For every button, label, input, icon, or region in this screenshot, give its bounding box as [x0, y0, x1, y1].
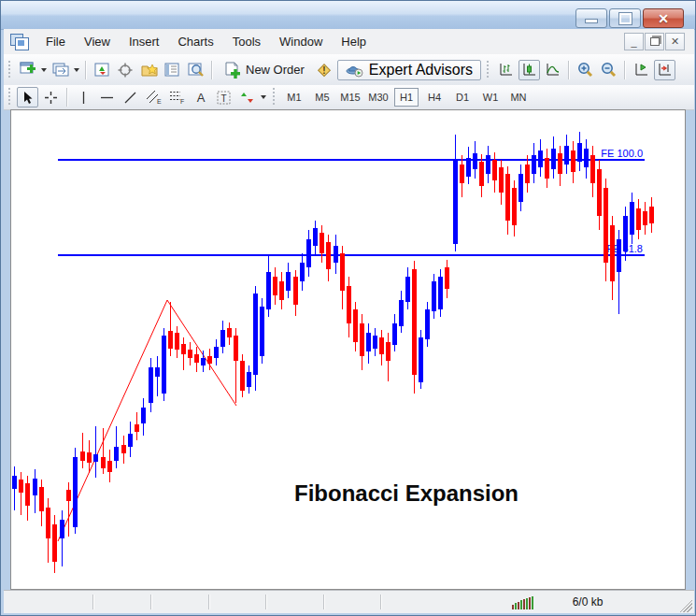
navigator-icon: [141, 63, 158, 78]
new-chart-dropdown[interactable]: [41, 68, 47, 72]
zoom-out-button[interactable]: [598, 60, 619, 80]
crosshair-icon: [44, 91, 58, 105]
strategy-tester-icon: [188, 63, 205, 78]
timeframe-h1-button[interactable]: H1: [394, 88, 419, 107]
metaeditor-icon: !: [315, 61, 334, 79]
horizontal-line-tool-button[interactable]: [96, 87, 118, 107]
arrows-tool-button[interactable]: [236, 87, 258, 107]
svg-text:FE 100.0: FE 100.0: [601, 148, 643, 159]
toolbar-separator: [211, 61, 213, 79]
standard-toolbar: New Order ! Expert Advisors: [4, 54, 694, 86]
terminal-button[interactable]: [162, 60, 183, 80]
timeframe-mn-button[interactable]: MN: [506, 88, 531, 107]
expert-advisors-button[interactable]: Expert Advisors: [337, 60, 481, 80]
new-order-label: New Order: [246, 63, 305, 77]
status-separator: [380, 595, 382, 609]
mdi-restore-button[interactable]: [645, 33, 664, 50]
timeframe-w1-button[interactable]: W1: [478, 88, 503, 107]
chart-line-button[interactable]: [542, 60, 563, 80]
profiles-button[interactable]: [50, 60, 71, 80]
auto-scroll-button[interactable]: [631, 60, 652, 80]
resize-grip[interactable]: [679, 599, 692, 612]
chart-bars-button[interactable]: [495, 60, 517, 80]
menu-help[interactable]: Help: [332, 30, 376, 53]
chart-area[interactable]: FE 100.0FE 61.8 Fibonacci Expansion: [10, 109, 686, 590]
mdi-restore-icon: [650, 37, 660, 46]
toolbar-grip[interactable]: [7, 88, 12, 107]
metaeditor-button[interactable]: !: [313, 60, 335, 80]
toolbar-separator: [85, 61, 87, 79]
auto-scroll-icon: [633, 62, 650, 78]
toolbar-separator: [66, 88, 68, 107]
menu-insert[interactable]: Insert: [120, 30, 169, 53]
new-order-icon: [224, 62, 241, 79]
close-icon: ✕: [658, 12, 669, 25]
chart-line-icon: [545, 62, 561, 78]
zoom-out-icon: [600, 62, 618, 79]
data-window-icon: [118, 63, 134, 78]
timeframe-h4-button[interactable]: H4: [422, 88, 447, 107]
horizontal-line-icon: [100, 92, 114, 104]
profiles-dropdown[interactable]: [74, 68, 79, 72]
arrows-dropdown[interactable]: [261, 95, 266, 99]
svg-text:F: F: [180, 98, 184, 105]
chart-shift-icon: [657, 62, 674, 78]
navigator-button[interactable]: [138, 60, 160, 80]
trendline-icon: [123, 91, 137, 105]
cursor-icon: [21, 91, 35, 105]
new-order-button[interactable]: New Order: [218, 60, 311, 80]
new-chart-button[interactable]: [17, 60, 38, 80]
chart-annotation: Fibonacci Expansion: [294, 480, 518, 507]
menu-window[interactable]: Window: [270, 30, 332, 53]
title-bar[interactable]: ✕: [1, 1, 695, 30]
expert-advisors-icon: [346, 63, 363, 78]
timeframe-m30-button[interactable]: M30: [366, 88, 391, 107]
text-tool-button[interactable]: A: [190, 87, 211, 107]
status-separator: [323, 595, 325, 609]
toolbar-grip[interactable]: [272, 88, 277, 107]
trendline-tool-button[interactable]: [120, 87, 141, 107]
line-studies-toolbar: E F A T M1 M5: [4, 85, 694, 110]
arrows-icon: [240, 91, 255, 105]
maximize-icon: [619, 13, 632, 24]
fibonacci-retracement-icon: F: [169, 90, 185, 105]
timeframe-d1-button[interactable]: D1: [450, 88, 475, 107]
vertical-line-tool-button[interactable]: [73, 87, 94, 107]
menu-charts[interactable]: Charts: [168, 30, 222, 53]
zoom-in-button[interactable]: [575, 60, 596, 80]
mdi-window-buttons: _ ✕: [624, 33, 685, 50]
minimize-button[interactable]: [575, 8, 607, 28]
equidistant-channel-tool-button[interactable]: E: [143, 87, 164, 107]
crosshair-tool-button[interactable]: [40, 87, 62, 107]
mdi-minimize-button[interactable]: _: [624, 33, 644, 50]
chart-bars-icon: [498, 62, 515, 78]
timeframe-m1-button[interactable]: M1: [282, 88, 306, 107]
status-bar: 6/0 kb: [4, 590, 694, 614]
zoom-in-icon: [576, 62, 594, 79]
timeframe-m5-button[interactable]: M5: [310, 88, 334, 107]
cursor-tool-button[interactable]: [17, 87, 38, 107]
profiles-icon: [52, 63, 69, 78]
mdi-close-button[interactable]: ✕: [665, 33, 685, 50]
fibonacci-retracement-tool-button[interactable]: F: [166, 87, 188, 107]
data-window-button[interactable]: [115, 60, 136, 80]
chart-window-icon[interactable]: [10, 34, 29, 50]
chart-candles-button[interactable]: [518, 60, 540, 80]
timeframe-m15-button[interactable]: M15: [338, 88, 362, 107]
toolbar-separator: [624, 61, 626, 79]
market-watch-button[interactable]: [92, 60, 113, 80]
menu-tools[interactable]: Tools: [223, 30, 270, 53]
traffic-counter: 6/0 kb: [555, 595, 620, 609]
toolbar-grip[interactable]: [486, 61, 490, 79]
toolbar-grip[interactable]: [7, 61, 12, 79]
close-button[interactable]: ✕: [643, 8, 684, 28]
text-label-tool-button[interactable]: T: [213, 87, 234, 107]
text-icon: A: [194, 91, 207, 105]
menu-file[interactable]: File: [36, 30, 75, 53]
menu-view[interactable]: View: [75, 30, 120, 53]
chart-shift-button[interactable]: [654, 60, 675, 80]
svg-text:A: A: [196, 91, 205, 105]
strategy-tester-button[interactable]: [185, 60, 206, 80]
maximize-button[interactable]: [609, 8, 641, 28]
status-separator: [150, 595, 152, 609]
